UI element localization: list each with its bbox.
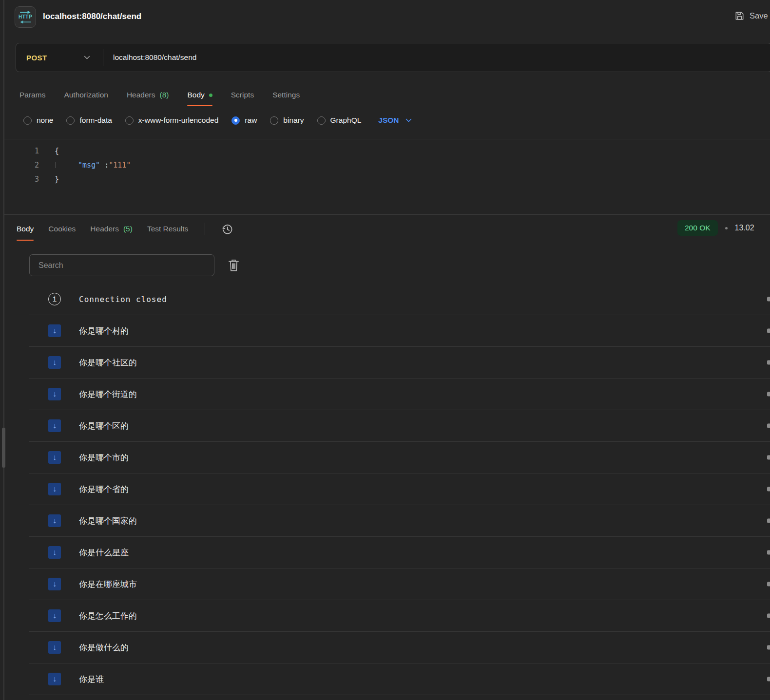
body-type-selector: noneform-datax-www-form-urlencodedrawbin… xyxy=(23,110,412,131)
response-tab-headers[interactable]: Headers(5) xyxy=(90,217,133,241)
history-clock-icon xyxy=(221,223,234,236)
url-input[interactable]: localhost:8080/chat/send xyxy=(113,53,196,62)
chevron-down-icon xyxy=(405,118,412,122)
request-tab-authorization[interactable]: Authorization xyxy=(64,84,108,106)
unsaved-changes-dot xyxy=(209,94,212,97)
body-type-graphql[interactable]: GraphQL xyxy=(317,116,362,125)
message-received-arrow-icon: ↓ xyxy=(48,641,61,654)
radio-binary[interactable] xyxy=(270,116,278,125)
request-tabs: ParamsAuthorizationHeaders(8)BodyScripts… xyxy=(19,84,300,106)
left-panel-divider xyxy=(3,0,4,700)
message-text: 你是怎么工作的 xyxy=(79,610,137,622)
request-title: localhost:8080/chat/send xyxy=(43,12,141,21)
message-received-arrow-icon: ↓ xyxy=(48,578,61,590)
message-row[interactable]: ↓你是怎么工作的 xyxy=(29,600,770,632)
message-row[interactable]: ↓你是做什么的 xyxy=(29,632,770,663)
response-tab-cookies[interactable]: Cookies xyxy=(48,217,76,241)
message-text: 你是哪个村的 xyxy=(79,325,129,337)
arrow-left-icon xyxy=(19,20,31,23)
request-tab-settings[interactable]: Settings xyxy=(272,84,300,106)
message-row[interactable]: ↓你是谁 xyxy=(29,663,770,695)
language-dropdown[interactable]: JSON xyxy=(378,116,411,125)
clipped-edge-fragment xyxy=(767,519,770,523)
message-text: 你是做什么的 xyxy=(79,642,129,653)
clipped-edge-fragment xyxy=(767,582,770,586)
request-tab-body[interactable]: Body xyxy=(187,84,212,106)
meta-separator-dot xyxy=(725,227,728,229)
clipped-edge-fragment xyxy=(767,487,770,492)
message-text: 你是在哪座城市 xyxy=(79,579,137,590)
body-type-label: binary xyxy=(283,116,304,125)
radio-graphql[interactable] xyxy=(317,116,326,125)
tab-label: Body xyxy=(17,225,34,233)
clipped-edge-fragment xyxy=(767,392,770,397)
message-received-arrow-icon: ↓ xyxy=(48,546,61,559)
body-type-label: GraphQL xyxy=(330,116,362,125)
radio-form-data[interactable] xyxy=(66,116,75,125)
code-content: { xyxy=(55,147,59,155)
history-button[interactable] xyxy=(221,223,234,236)
request-body-editor[interactable]: 1{2"msg" :"111"3} xyxy=(4,139,770,214)
message-received-arrow-icon: ↓ xyxy=(48,451,61,464)
line-number: 1 xyxy=(4,147,39,155)
radio-raw[interactable] xyxy=(231,116,240,125)
clipped-edge-fragment xyxy=(767,677,770,681)
message-text: 你是哪个区的 xyxy=(79,420,129,432)
search-input[interactable] xyxy=(29,254,214,276)
body-type-raw[interactable]: raw xyxy=(231,116,257,125)
body-type-form-data[interactable]: form-data xyxy=(66,116,112,125)
message-text: 你是哪个街道的 xyxy=(79,389,137,400)
chevron-down-icon xyxy=(84,56,90,59)
event-message-list: iConnection closed↓你是哪个村的↓你是哪个社区的↓你是哪个街道… xyxy=(29,284,770,695)
arrow-right-icon xyxy=(19,11,31,14)
message-row[interactable]: ↓你是哪个省的 xyxy=(29,473,770,505)
message-row[interactable]: ↓你是哪个社区的 xyxy=(29,347,770,378)
message-row[interactable]: ↓你是哪个村的 xyxy=(29,315,770,347)
request-tab-scripts[interactable]: Scripts xyxy=(231,84,254,106)
message-row[interactable]: ↓你是哪个市的 xyxy=(29,442,770,473)
request-tab-params[interactable]: Params xyxy=(19,84,45,106)
message-row[interactable]: ↓你是哪个国家的 xyxy=(29,505,770,537)
clear-messages-button[interactable] xyxy=(227,258,240,272)
tab-label: Body xyxy=(187,91,204,99)
message-row[interactable]: ↓你是哪个街道的 xyxy=(29,378,770,410)
response-section-divider xyxy=(4,214,770,215)
method-dropdown[interactable]: POST xyxy=(16,54,103,62)
body-type-none[interactable]: none xyxy=(23,116,53,125)
clipped-edge-fragment xyxy=(767,360,770,365)
tab-label: Settings xyxy=(272,91,300,99)
request-tab-headers[interactable]: Headers(8) xyxy=(127,84,169,106)
message-received-arrow-icon: ↓ xyxy=(48,514,61,527)
save-floppy-icon xyxy=(734,10,745,21)
tab-count: (8) xyxy=(159,91,169,99)
response-tab-test-results[interactable]: Test Results xyxy=(147,217,188,241)
clipped-edge-fragment xyxy=(767,614,770,618)
code-token: { xyxy=(55,147,59,155)
response-tab-body[interactable]: Body xyxy=(17,217,34,241)
clipped-edge-fragment xyxy=(767,424,770,428)
radio-none[interactable] xyxy=(23,116,32,125)
tab-count: (5) xyxy=(123,225,133,233)
tab-label: Params xyxy=(19,91,45,99)
response-tabs: BodyCookiesHeaders(5)Test Results xyxy=(17,217,234,241)
message-row[interactable]: ↓你是哪个区的 xyxy=(29,410,770,442)
radio-x-www-form-urlencoded[interactable] xyxy=(125,116,134,125)
save-button[interactable]: Save xyxy=(734,10,768,21)
info-message-row[interactable]: iConnection closed xyxy=(29,284,770,315)
url-bar-divider xyxy=(103,49,103,66)
message-text: 你是哪个市的 xyxy=(79,452,129,463)
tab-label: Headers xyxy=(90,225,119,233)
message-row[interactable]: ↓你是什么星座 xyxy=(29,537,770,568)
message-received-arrow-icon: ↓ xyxy=(48,356,61,369)
body-type-x-www-form-urlencoded[interactable]: x-www-form-urlencoded xyxy=(125,116,219,125)
tab-label: Authorization xyxy=(64,91,108,99)
body-type-label: none xyxy=(37,116,53,125)
message-row[interactable]: ↓你是在哪座城市 xyxy=(29,568,770,600)
panel-resize-handle[interactable] xyxy=(2,428,5,468)
body-type-binary[interactable]: binary xyxy=(270,116,304,125)
code-token: "msg" xyxy=(78,161,100,170)
tab-label: Cookies xyxy=(48,225,76,233)
tab-label: Test Results xyxy=(147,225,188,233)
message-text: 你是哪个社区的 xyxy=(79,357,137,368)
message-text: 你是谁 xyxy=(79,674,104,685)
